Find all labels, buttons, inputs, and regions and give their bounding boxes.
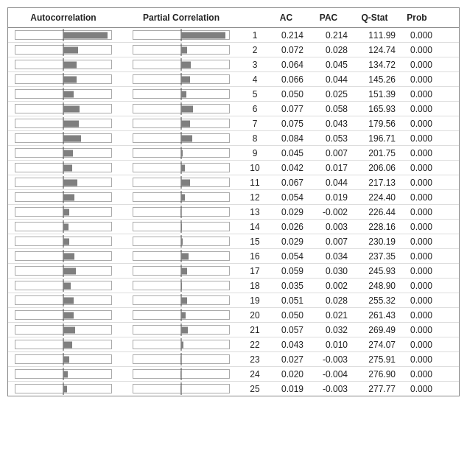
table-row: 170.0590.030245.930.000: [8, 264, 459, 279]
qstat-value: 111.99: [351, 29, 398, 41]
ac-value: 0.077: [266, 103, 306, 115]
prob-value: 0.000: [398, 103, 435, 115]
table-row: 180.0350.002248.900.000: [8, 279, 459, 293]
prob-value: 0.000: [398, 221, 435, 233]
ac-bar-container: [12, 117, 115, 130]
pac-value: -0.004: [306, 368, 351, 380]
table-row: 90.0450.007201.750.000: [8, 146, 459, 161]
pac-bar-container: [130, 176, 233, 189]
pac-value: 0.017: [306, 162, 351, 174]
prob-value: 0.000: [398, 236, 435, 248]
ac-bar-cell: [8, 337, 119, 351]
ac-value: 0.066: [266, 74, 306, 85]
ac-bar-container: [12, 29, 115, 41]
ac-bar-container: [12, 132, 115, 144]
qstat-value: 179.56: [351, 118, 398, 130]
ac-bar-cell: [8, 131, 119, 145]
qstat-value: 275.91: [351, 354, 398, 365]
qstat-value: 165.93: [351, 103, 398, 115]
ac-bar-cell: [8, 190, 119, 204]
pac-bar-container: [130, 265, 233, 277]
qstat-value: 206.06: [351, 162, 398, 174]
row-number: 11: [244, 177, 266, 189]
ac-value: 0.059: [266, 265, 306, 277]
pac-bar-cell: [119, 72, 244, 86]
ac-bar-container: [12, 147, 115, 159]
pac-value: 0.028: [306, 295, 351, 307]
pac-value: 0.002: [306, 280, 351, 292]
prob-value: 0.000: [398, 192, 435, 203]
table-row: 100.0420.017206.060.000: [8, 161, 459, 175]
row-number: 21: [244, 324, 266, 336]
row-number: 14: [244, 221, 266, 233]
pac-bar-cell: [119, 352, 244, 366]
table-row: 160.0540.034237.350.000: [8, 249, 459, 264]
pac-bar-cell: [119, 43, 244, 57]
table-row: 50.0500.025151.390.000: [8, 87, 459, 102]
pac-bar-container: [130, 220, 233, 233]
pac-value: 0.032: [306, 324, 351, 336]
pac-value: -0.003: [306, 383, 351, 395]
pac-bar-cell: [119, 382, 244, 396]
row-number: 20: [244, 309, 266, 321]
ac-bar-container: [12, 206, 115, 218]
table-row: 110.0670.044217.130.000: [8, 175, 459, 190]
qstat-value: 277.77: [351, 383, 398, 395]
table-row: 200.0500.021261.430.000: [8, 308, 459, 323]
qstat-value: 224.40: [351, 192, 398, 203]
ac-bar-container: [12, 309, 115, 321]
ac-bar-cell: [8, 161, 119, 175]
ac-value: 0.045: [266, 147, 306, 159]
ac-bar-container: [12, 279, 115, 292]
table-header: Autocorrelation Partial Correlation AC P…: [8, 8, 459, 28]
ac-value: 0.054: [266, 251, 306, 262]
pac-bar-container: [130, 132, 233, 144]
ac-bar-cell: [8, 382, 119, 396]
table-row: 150.0290.007230.190.000: [8, 234, 459, 249]
ac-value: 0.029: [266, 236, 306, 248]
pac-value: 0.010: [306, 339, 351, 351]
pac-bar-cell: [119, 175, 244, 189]
ac-value: 0.026: [266, 221, 306, 233]
qstat-value: 230.19: [351, 236, 398, 248]
pac-bar-container: [130, 102, 233, 115]
ac-value: 0.051: [266, 295, 306, 307]
prob-value: 0.000: [398, 162, 435, 174]
row-number: 7: [244, 118, 266, 130]
pac-bar-cell: [119, 264, 244, 278]
ac-bar-cell: [8, 264, 119, 278]
table-row: 220.0430.010274.070.000: [8, 337, 459, 352]
qstat-value: 276.90: [351, 368, 398, 380]
prob-value: 0.000: [398, 324, 435, 336]
ac-bar-cell: [8, 87, 119, 101]
ac-bar-cell: [8, 205, 119, 219]
table-row: 140.0260.003228.160.000: [8, 220, 459, 234]
ac-bar-cell: [8, 116, 119, 130]
pac-bar-container: [130, 235, 233, 248]
pac-value: 0.003: [306, 221, 351, 233]
pac-value: 0.025: [306, 88, 351, 100]
row-number: 3: [244, 59, 266, 71]
prob-value: 0.000: [398, 133, 435, 144]
prob-value: 0.000: [398, 88, 435, 100]
pac-value: 0.019: [306, 192, 351, 203]
qstat-value: 255.32: [351, 295, 398, 307]
row-number: 23: [244, 354, 266, 365]
table-row: 20.0720.028124.740.000: [8, 43, 459, 57]
ac-bar-cell: [8, 72, 119, 86]
table-row: 240.020-0.004276.900.000: [8, 367, 459, 382]
header-pac: PAC: [306, 11, 351, 24]
pac-bar-cell: [119, 161, 244, 175]
pac-bar-container: [130, 309, 233, 321]
pac-bar-container: [130, 323, 233, 336]
ac-value: 0.029: [266, 206, 306, 218]
row-number: 22: [244, 339, 266, 351]
ac-value: 0.019: [266, 383, 306, 395]
pac-value: -0.002: [306, 206, 351, 218]
table-row: 10.2140.214111.990.000: [8, 28, 459, 43]
row-number: 10: [244, 162, 266, 174]
row-number: 17: [244, 265, 266, 277]
prob-value: 0.000: [398, 206, 435, 218]
prob-value: 0.000: [398, 265, 435, 277]
prob-value: 0.000: [398, 368, 435, 380]
